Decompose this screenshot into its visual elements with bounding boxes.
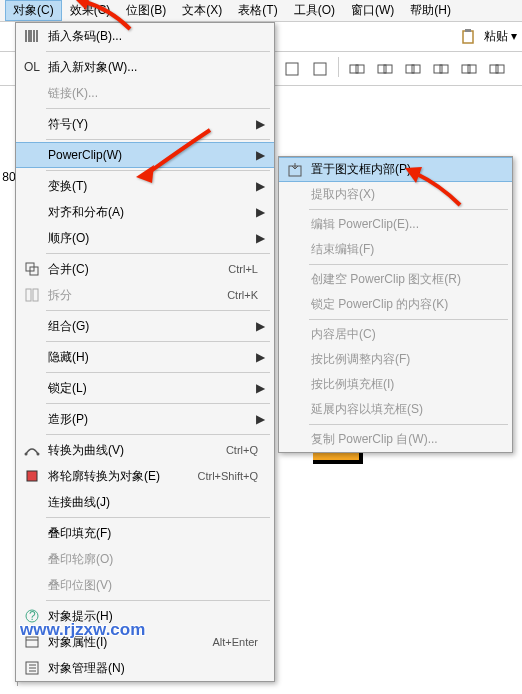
powerclip-menu-label: 置于图文框内部(P)... bbox=[307, 161, 504, 178]
svg-rect-31 bbox=[27, 471, 37, 481]
object-menu-separator bbox=[46, 108, 270, 109]
object-menu-item-0[interactable]: 插入条码(B)... bbox=[16, 23, 274, 49]
object-menu-item-2[interactable]: OLE插入新对象(W)... bbox=[16, 54, 274, 80]
object-menu-label: 转换为曲线(V) bbox=[44, 442, 226, 459]
object-menu-item-13[interactable]: 合并(C)Ctrl+L bbox=[16, 256, 274, 282]
submenu-arrow-icon: ▶ bbox=[254, 179, 266, 193]
object-menu-item-22[interactable]: 造形(P)▶ bbox=[16, 406, 274, 432]
powerclip-menu-label: 创建空 PowerClip 图文框(R) bbox=[307, 271, 504, 288]
object-menu-label: 叠印填充(F) bbox=[44, 525, 266, 542]
trim-icon[interactable] bbox=[373, 57, 397, 81]
break-icon bbox=[20, 285, 44, 305]
edit-icon bbox=[283, 215, 307, 235]
object-menu-item-34[interactable]: 对象管理器(N) bbox=[16, 655, 274, 681]
copy-icon bbox=[283, 430, 307, 450]
object-menu-item-26[interactable]: 连接曲线(J) bbox=[16, 489, 274, 515]
object-menu-separator bbox=[46, 139, 270, 140]
svg-rect-14 bbox=[490, 65, 498, 73]
svg-rect-6 bbox=[378, 65, 386, 73]
outline-icon bbox=[20, 466, 44, 486]
curve-icon bbox=[20, 440, 44, 460]
svg-rect-1 bbox=[465, 29, 471, 32]
blank-icon bbox=[20, 316, 44, 336]
shortcut-label: Ctrl+Shift+Q bbox=[197, 470, 266, 482]
object-menu-item-25[interactable]: 将轮廓转换为对象(E)Ctrl+Shift+Q bbox=[16, 463, 274, 489]
powerclip-menu-label: 内容居中(C) bbox=[307, 326, 504, 343]
blank-icon bbox=[20, 492, 44, 512]
powerclip-menu-separator bbox=[309, 319, 508, 320]
object-menu-item-7[interactable]: PowerClip(W)▶ bbox=[16, 142, 274, 168]
object-menu-separator bbox=[46, 341, 270, 342]
powerclip-menu-item-0[interactable]: 置于图文框内部(P)... bbox=[279, 157, 512, 182]
object-menu-item-18[interactable]: 隐藏(H)▶ bbox=[16, 344, 274, 370]
object-menu-label: 顺序(O) bbox=[44, 230, 254, 247]
object-menu-item-16[interactable]: 组合(G)▶ bbox=[16, 313, 274, 339]
svg-rect-11 bbox=[440, 65, 448, 73]
finish-icon bbox=[283, 240, 307, 260]
svg-rect-15 bbox=[496, 65, 504, 73]
menu-table[interactable]: 表格(T) bbox=[230, 0, 285, 21]
intersect-icon[interactable] bbox=[401, 57, 425, 81]
powerclip-menu-label: 锁定 PowerClip 的内容(K) bbox=[307, 296, 504, 313]
object-menu-item-10[interactable]: 对齐和分布(A)▶ bbox=[16, 199, 274, 225]
blank-icon bbox=[20, 145, 44, 165]
object-menu-item-24[interactable]: 转换为曲线(V)Ctrl+Q bbox=[16, 437, 274, 463]
powerclip-menu-item-12: 延展内容以填充框(S) bbox=[279, 397, 512, 422]
toolbar-separator bbox=[338, 57, 339, 77]
object-menu-label: 拆分 bbox=[44, 287, 227, 304]
object-menu-label: 组合(G) bbox=[44, 318, 254, 335]
back-minus-front-icon[interactable] bbox=[485, 57, 509, 81]
menu-bitmap[interactable]: 位图(B) bbox=[118, 0, 174, 21]
svg-rect-9 bbox=[412, 65, 420, 73]
object-menu-label: 插入条码(B)... bbox=[44, 28, 266, 45]
svg-rect-13 bbox=[468, 65, 476, 73]
object-menu-item-20[interactable]: 锁定(L)▶ bbox=[16, 375, 274, 401]
submenu-arrow-icon: ▶ bbox=[254, 205, 266, 219]
powerclip-menu-label: 按比例填充框(I) bbox=[307, 376, 504, 393]
powerclip-menu-item-3: 编辑 PowerClip(E)... bbox=[279, 212, 512, 237]
extract-icon bbox=[283, 185, 307, 205]
menu-object[interactable]: 对象(C) bbox=[5, 0, 62, 21]
powerclip-menu-separator bbox=[309, 264, 508, 265]
paste-icon[interactable] bbox=[456, 25, 480, 49]
align-icon-1[interactable] bbox=[280, 57, 304, 81]
powerclip-menu-label: 复制 PowerClip 自(W)... bbox=[307, 431, 504, 448]
weld-icon[interactable] bbox=[345, 57, 369, 81]
powerclip-menu-item-14: 复制 PowerClip 自(W)... bbox=[279, 427, 512, 452]
ole-icon: OLE bbox=[20, 57, 44, 77]
object-menu-item-28[interactable]: 叠印填充(F) bbox=[16, 520, 274, 546]
powerclip-menu-item-11: 按比例填充框(I) bbox=[279, 372, 512, 397]
menu-window[interactable]: 窗口(W) bbox=[343, 0, 402, 21]
object-menu-label: 锁定(L) bbox=[44, 380, 254, 397]
menu-tools[interactable]: 工具(O) bbox=[286, 0, 343, 21]
object-menu-separator bbox=[46, 517, 270, 518]
svg-rect-8 bbox=[406, 65, 414, 73]
menu-text[interactable]: 文本(X) bbox=[174, 0, 230, 21]
svg-point-29 bbox=[25, 453, 28, 456]
object-menu-item-30: 叠印位图(V) bbox=[16, 572, 274, 598]
object-menu-item-14: 拆分Ctrl+K bbox=[16, 282, 274, 308]
submenu-arrow-icon: ▶ bbox=[254, 117, 266, 131]
powerclip-menu-label: 编辑 PowerClip(E)... bbox=[307, 216, 504, 233]
paste-label[interactable]: 粘贴 ▾ bbox=[484, 28, 517, 45]
menubar: 对象(C) 效果(C) 位图(B) 文本(X) 表格(T) 工具(O) 窗口(W… bbox=[0, 0, 522, 22]
create-icon bbox=[283, 270, 307, 290]
front-minus-back-icon[interactable] bbox=[457, 57, 481, 81]
center-icon bbox=[283, 325, 307, 345]
svg-rect-2 bbox=[286, 63, 298, 75]
menu-effects[interactable]: 效果(C) bbox=[62, 0, 119, 21]
object-menu-item-5[interactable]: 符号(Y)▶ bbox=[16, 111, 274, 137]
object-menu-item-9[interactable]: 变换(T)▶ bbox=[16, 173, 274, 199]
barcode-icon bbox=[20, 26, 44, 46]
powerclip-menu-label: 结束编辑(F) bbox=[307, 241, 504, 258]
combine-icon bbox=[20, 259, 44, 279]
object-menu-label: 对齐和分布(A) bbox=[44, 204, 254, 221]
object-menu-item-11[interactable]: 顺序(O)▶ bbox=[16, 225, 274, 251]
menu-help[interactable]: 帮助(H) bbox=[402, 0, 459, 21]
simplify-icon[interactable] bbox=[429, 57, 453, 81]
object-menu-dropdown: 插入条码(B)...OLE插入新对象(W)...链接(K)...符号(Y)▶Po… bbox=[15, 22, 275, 682]
align-icon-2[interactable] bbox=[308, 57, 332, 81]
object-menu-label: 变换(T) bbox=[44, 178, 254, 195]
svg-rect-0 bbox=[463, 31, 473, 43]
shortcut-label: Ctrl+K bbox=[227, 289, 266, 301]
